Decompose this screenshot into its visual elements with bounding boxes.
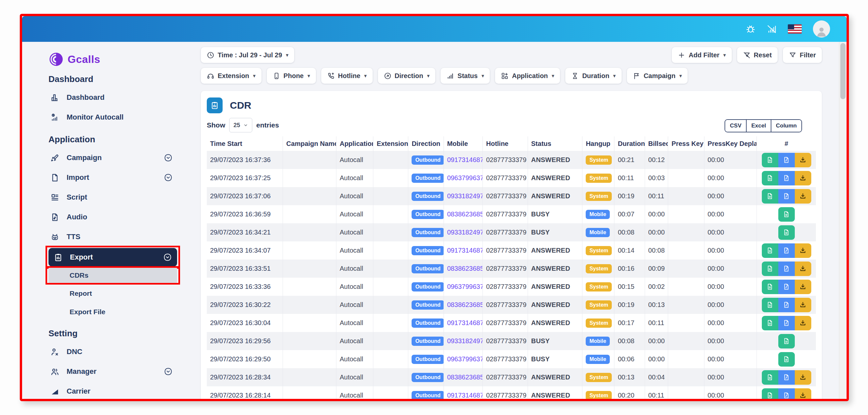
mobile-number-link[interactable]: 0838623685: [447, 210, 483, 218]
file-action-button[interactable]: [762, 189, 778, 204]
sidebar-item-manager[interactable]: Manager: [49, 361, 177, 381]
phone-filter-button[interactable]: Phone ▾: [267, 68, 316, 84]
time-filter-button[interactable]: Time : Jul 29 - Jul 29 ▾: [201, 47, 294, 63]
reset-button[interactable]: Reset: [737, 47, 778, 63]
direction-badge: Outbound: [411, 300, 443, 310]
download-action-button[interactable]: [795, 388, 811, 399]
avatar[interactable]: [813, 21, 830, 38]
sidebar-subitem-export-file[interactable]: Export File: [49, 303, 177, 321]
sidebar-item-audio[interactable]: Audio: [49, 207, 177, 227]
file-action-button[interactable]: [762, 298, 778, 312]
campaign-filter-button[interactable]: Campaign ▾: [627, 68, 688, 84]
mobile-number-link[interactable]: 0917314687: [447, 156, 483, 163]
add-filter-button[interactable]: Add Filter ▾: [672, 47, 732, 63]
sidebar-item-import[interactable]: Import: [49, 168, 177, 187]
file-action-button[interactable]: [778, 334, 795, 348]
caret-down-icon: ▾: [364, 73, 367, 78]
mobile-number-link[interactable]: 0963799637: [447, 283, 483, 290]
filter-button[interactable]: Filter: [783, 47, 822, 63]
sidebar-item-carrier[interactable]: Carrier: [49, 381, 177, 399]
sidebar-subitem-report[interactable]: Report: [49, 284, 177, 303]
info-action-button[interactable]: [778, 388, 795, 399]
file-action-button[interactable]: [762, 171, 778, 185]
excel-button[interactable]: Excel: [747, 120, 771, 132]
download-action-button[interactable]: [795, 153, 811, 167]
row-actions: [762, 243, 811, 258]
sidebar-item-script[interactable]: Script: [49, 187, 177, 207]
download-action-button[interactable]: [795, 298, 811, 312]
scrollbar-thumb[interactable]: [840, 43, 845, 99]
info-action-button[interactable]: [778, 189, 795, 204]
hotline-filter-button[interactable]: Hotline ▾: [321, 68, 373, 84]
file-action-button[interactable]: [762, 262, 778, 276]
column-button[interactable]: Column: [771, 120, 801, 132]
mobile-number-link[interactable]: 0838623685: [447, 301, 483, 308]
cell-status: ANSWERED: [528, 368, 582, 386]
chevron-down-icon[interactable]: [164, 173, 173, 182]
file-action-button[interactable]: [778, 207, 795, 222]
direction-badge: Outbound: [411, 210, 443, 219]
file-action-button[interactable]: [762, 316, 778, 331]
download-action-button[interactable]: [795, 189, 811, 204]
info-action-button[interactable]: [778, 243, 795, 258]
mobile-number-link[interactable]: 0917314687: [447, 392, 483, 399]
file-action-button[interactable]: [762, 153, 778, 167]
filter-action-buttons: Add Filter ▾ Reset Filter: [672, 47, 822, 63]
file-action-button[interactable]: [762, 280, 778, 294]
application-filter-button[interactable]: Application ▾: [495, 68, 560, 84]
info-action-button[interactable]: [778, 262, 795, 276]
info-action-button[interactable]: [778, 298, 795, 312]
cell-application: Autocall: [336, 260, 373, 278]
us-flag-icon[interactable]: [788, 24, 802, 34]
file-action-button[interactable]: [778, 352, 795, 367]
mobile-number-link[interactable]: 0917314687: [447, 319, 483, 326]
info-action-button[interactable]: [778, 171, 795, 185]
mobile-number-link[interactable]: 0917314687: [447, 247, 483, 254]
file-action-button[interactable]: [778, 225, 795, 240]
sidebar-item-dashboard[interactable]: Dashboard: [49, 88, 177, 107]
mobile-number-link[interactable]: 0933182497: [447, 337, 483, 345]
info-action-button[interactable]: [778, 280, 795, 294]
chevron-down-icon[interactable]: [164, 153, 173, 162]
sidebar-item-campaign[interactable]: Campaign: [49, 148, 177, 168]
file-action-button[interactable]: [762, 388, 778, 399]
direction-filter-button[interactable]: Direction ▾: [378, 68, 436, 84]
gcalls-logo[interactable]: Gcalls: [49, 52, 177, 67]
info-action-button[interactable]: [778, 316, 795, 331]
cell-direction: Outbound: [408, 151, 443, 169]
signal-off-icon[interactable]: [767, 24, 777, 34]
chevron-down-icon[interactable]: [163, 253, 172, 262]
download-action-button[interactable]: [795, 243, 811, 258]
extension-filter-button[interactable]: Extension ▾: [201, 68, 261, 84]
download-action-button[interactable]: [795, 262, 811, 276]
info-action-button[interactable]: [778, 370, 795, 385]
mobile-number-link[interactable]: 0838623685: [447, 265, 483, 272]
file-action-button[interactable]: [762, 243, 778, 258]
page-size-select[interactable]: 25: [229, 118, 252, 132]
vertical-scrollbar[interactable]: [839, 42, 846, 399]
download-action-button[interactable]: [795, 370, 811, 385]
csv-button[interactable]: CSV: [725, 120, 747, 132]
file-action-button[interactable]: [762, 370, 778, 385]
download-action-button[interactable]: [795, 316, 811, 331]
bug-icon[interactable]: [746, 24, 755, 34]
status-filter-button[interactable]: Status ▾: [441, 68, 490, 84]
mobile-number-link[interactable]: 0963799637: [447, 355, 483, 362]
filter-label: Filter: [800, 51, 816, 59]
info-action-button[interactable]: [778, 153, 795, 167]
download-action-button[interactable]: [795, 280, 811, 294]
table-body: 29/07/2023 16:37:36AutocallOutbound09173…: [207, 151, 816, 399]
mobile-number-link[interactable]: 0838623685: [447, 374, 483, 381]
cell-press-key: [668, 278, 704, 296]
sidebar-item-dnc[interactable]: DNC: [49, 342, 177, 361]
sidebar-subitem-cdrs[interactable]: CDRs: [49, 268, 177, 283]
chevron-down-icon[interactable]: [164, 367, 173, 376]
duration-filter-button[interactable]: Duration ▾: [565, 68, 621, 84]
download-action-button[interactable]: [795, 171, 811, 185]
mobile-number-link[interactable]: 0933182497: [447, 192, 483, 200]
sidebar-item-export[interactable]: Export: [49, 248, 177, 267]
sidebar-item-tts[interactable]: TTS: [49, 227, 177, 247]
mobile-number-link[interactable]: 0933182497: [447, 229, 483, 236]
sidebar-item-monitor-autocall[interactable]: Monitor Autocall: [49, 107, 177, 127]
mobile-number-link[interactable]: 0963799637: [447, 174, 483, 181]
